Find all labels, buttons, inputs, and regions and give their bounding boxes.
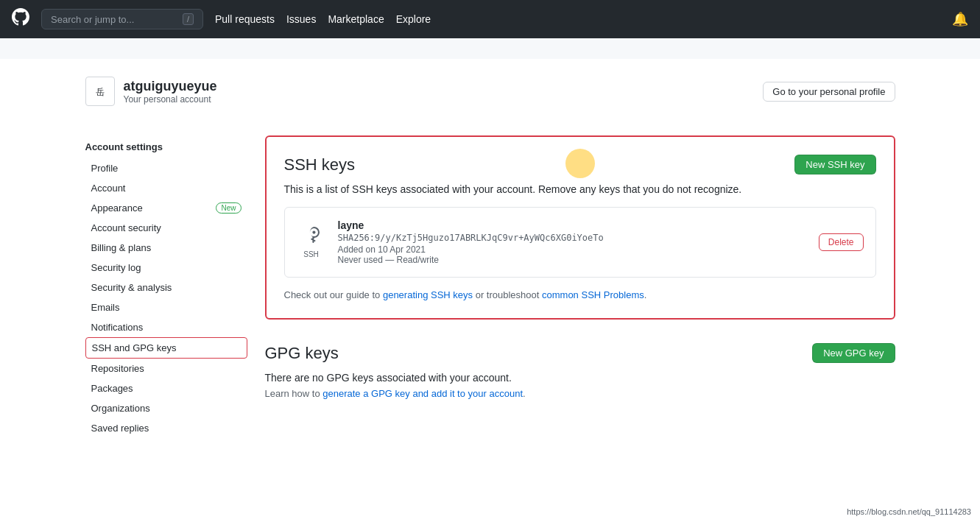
sidebar-item-ssh-gpg[interactable]: SSH and GPG keys <box>85 337 247 359</box>
sidebar-item-label-packages: Packages <box>91 383 133 394</box>
svg-text:岳: 岳 <box>96 87 105 97</box>
sidebar-items: ProfileAccountAppearanceNewAccount secur… <box>85 158 247 438</box>
sidebar-item-label-billing: Billing & plans <box>91 242 152 253</box>
sidebar-item-organizations[interactable]: Organizations <box>85 398 247 418</box>
gpg-section: GPG keys New GPG key There are no GPG ke… <box>265 343 895 399</box>
key-usage: Never used — Read/write <box>338 255 807 265</box>
sidebar-item-repositories[interactable]: Repositories <box>85 359 247 378</box>
ssh-section-header: SSH keys New SSH key <box>284 155 876 174</box>
main-content: SSH keys New SSH key This is a list of S… <box>265 135 895 438</box>
key-icon-wrapper: SSH <box>297 227 326 258</box>
key-fingerprint: SHA256:9/y/KzTj5Hguzo17ABRLKJqC9vr+AyWQc… <box>338 233 807 243</box>
sidebar-item-label-ssh-gpg: SSH and GPG keys <box>92 342 177 353</box>
ssh-section: SSH keys New SSH key This is a list of S… <box>265 135 895 320</box>
topnav: Search or jump to... / Pull requests Iss… <box>0 0 980 38</box>
gpg-learn-text: Learn how to <box>265 388 323 399</box>
sidebar-item-notifications[interactable]: Notifications <box>85 317 247 337</box>
sidebar-item-label-account: Account <box>91 183 126 194</box>
search-kbd: / <box>183 13 194 25</box>
sidebar-item-account[interactable]: Account <box>85 178 247 198</box>
account-icon: 岳 <box>85 77 115 106</box>
sidebar-item-label-organizations: Organizations <box>91 403 150 414</box>
key-added: Added on 10 Apr 2021 <box>338 244 807 255</box>
github-logo[interactable] <box>12 8 29 30</box>
sidebar: Account settings ProfileAccountAppearanc… <box>85 135 247 438</box>
sidebar-item-profile[interactable]: Profile <box>85 158 247 178</box>
footer-text: Check out our guide to <box>284 289 383 300</box>
gpg-learn-link-text: Learn how to generate a GPG key and add … <box>265 388 895 399</box>
sidebar-item-account-security[interactable]: Account security <box>85 218 247 238</box>
generating-ssh-keys-link[interactable]: generating SSH keys <box>383 289 473 300</box>
ssh-section-footer: Check out our guide to generating SSH ke… <box>284 289 876 300</box>
common-ssh-problems-link[interactable]: common SSH Problems <box>542 289 644 300</box>
sidebar-item-packages[interactable]: Packages <box>85 378 247 398</box>
topnav-pull-requests[interactable]: Pull requests <box>215 13 275 25</box>
account-header-left: 岳 atguiguyueyue Your personal account <box>85 77 217 106</box>
sidebar-item-label-account-security: Account security <box>91 222 161 233</box>
sidebar-item-label-profile: Profile <box>91 163 119 174</box>
ssh-section-desc: This is a list of SSH keys associated wi… <box>284 183 876 195</box>
account-info: atguiguyueyue Your personal account <box>124 79 217 105</box>
new-gpg-key-button[interactable]: New GPG key <box>812 343 895 363</box>
key-type-label: SSH <box>303 250 319 258</box>
sidebar-item-label-repositories: Repositories <box>91 363 144 374</box>
topnav-explore[interactable]: Explore <box>396 13 431 25</box>
key-icon <box>303 227 320 247</box>
sidebar-item-security-analysis[interactable]: Security & analysis <box>85 278 247 297</box>
key-info: layne SHA256:9/y/KzTj5Hguzo17ABRLKJqC9vr… <box>338 219 807 265</box>
sidebar-heading: Account settings <box>85 135 247 158</box>
footer-middle: or troubleshoot <box>473 289 542 300</box>
search-box[interactable]: Search or jump to... / <box>41 9 203 29</box>
profile-button[interactable]: Go to your personal profile <box>763 82 895 102</box>
gpg-section-title: GPG keys <box>265 344 339 363</box>
gpg-learn-link[interactable]: generate a GPG key and add it to your ac… <box>322 388 523 399</box>
cursor-indicator <box>565 149 595 178</box>
topnav-links: Pull requests Issues Marketplace Explore <box>215 13 431 25</box>
sidebar-badge-new: New <box>216 202 241 214</box>
footer-url: https://blog.csdn.net/qq_91114283 <box>847 507 971 516</box>
delete-key-button[interactable]: Delete <box>819 233 864 251</box>
sidebar-item-billing[interactable]: Billing & plans <box>85 238 247 258</box>
account-name: atguiguyueyue <box>124 79 217 94</box>
topnav-issues[interactable]: Issues <box>286 13 316 25</box>
gpg-desc: There are no GPG keys associated with yo… <box>265 372 895 384</box>
sidebar-item-label-saved-replies: Saved replies <box>91 423 149 434</box>
ssh-key-card: SSH layne SHA256:9/y/KzTj5Hguzo17ABRLKJq… <box>284 207 876 278</box>
page-inner: 岳 atguiguyueyue Your personal account Go… <box>85 77 895 522</box>
account-subtitle: Your personal account <box>124 94 217 105</box>
gpg-section-header: GPG keys New GPG key <box>265 343 895 363</box>
sidebar-item-label-security-analysis: Security & analysis <box>91 282 172 293</box>
sidebar-item-label-security-log: Security log <box>91 262 141 273</box>
sidebar-item-appearance[interactable]: AppearanceNew <box>85 198 247 218</box>
sidebar-item-label-appearance: Appearance <box>91 202 143 214</box>
page-wrapper: 岳 atguiguyueyue Your personal account Go… <box>0 59 980 522</box>
ssh-section-title: SSH keys <box>284 155 356 174</box>
sidebar-item-emails[interactable]: Emails <box>85 297 247 317</box>
sidebar-item-label-notifications: Notifications <box>91 322 144 333</box>
gpg-learn-end: . <box>523 388 526 399</box>
content-layout: Account settings ProfileAccountAppearanc… <box>85 135 895 438</box>
notifications-bell[interactable]: 🔔 <box>952 11 968 27</box>
footer-end: . <box>644 289 647 300</box>
account-header: 岳 atguiguyueyue Your personal account Go… <box>85 77 895 118</box>
key-name: layne <box>338 219 807 231</box>
new-ssh-key-button[interactable]: New SSH key <box>794 155 875 174</box>
sidebar-item-label-emails: Emails <box>91 302 120 313</box>
sidebar-item-security-log[interactable]: Security log <box>85 258 247 278</box>
svg-point-1 <box>312 230 315 233</box>
sidebar-item-saved-replies[interactable]: Saved replies <box>85 418 247 438</box>
search-placeholder: Search or jump to... <box>51 14 134 25</box>
topnav-marketplace[interactable]: Marketplace <box>328 13 384 25</box>
